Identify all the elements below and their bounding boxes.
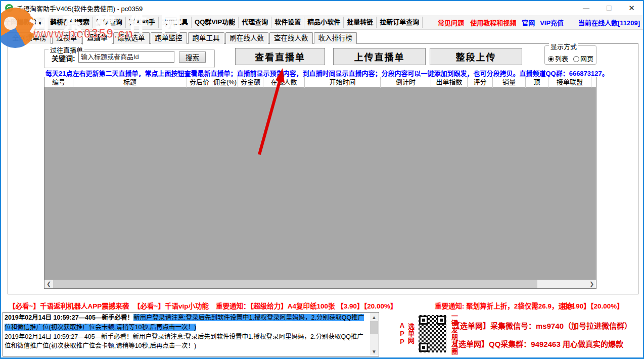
menu-item-settings[interactable]: 软件设置 (271, 17, 304, 28)
maximize-button[interactable]: ☐ (597, 1, 620, 15)
col-sales[interactable]: 销量 (493, 77, 526, 88)
keyword-input[interactable] (78, 51, 174, 63)
promo-qq-group: 【选单网】QQ采集群：9492463 用心做真实的爆款 (451, 338, 623, 349)
search-button[interactable]: 搜索 (179, 52, 206, 63)
menu-item-queqiao-search[interactable]: 鹊桥在线搜索 (47, 17, 93, 28)
col-next[interactable]: 接 (591, 77, 596, 88)
tab-hot-board[interactable]: 全网爆单榜 (8, 32, 51, 44)
display-mode-title: 显示方式 (549, 41, 578, 51)
log-entry: 2019年02月14日 10:59:27—405—新手必看！新用户登录请注意:登… (5, 313, 369, 332)
scroll-up-icon[interactable]: ▲ (370, 313, 378, 321)
qr-right-label: 一键发朋友圈 (449, 312, 459, 355)
footer-notice-paper[interactable]: 重要通知：【超级给力】A4复印纸100张 【3.90】【20.00%】 (216, 300, 397, 311)
table-body-empty (44, 88, 596, 280)
col-score[interactable]: 评分 (468, 77, 493, 88)
menu-link-vip-recharge[interactable]: VIP充值 (537, 18, 566, 27)
qr-block: 选单网APP 一键发朋友圈 (398, 310, 459, 357)
menubar: 全网爆款分享 鹊桥在线搜索 订单查询 群发助手 实用工具 QQ群VIP功能 代理… (1, 15, 643, 30)
menu-item-mini-apps[interactable]: 精品小软件 (304, 17, 344, 28)
scroll-left-icon[interactable]: ❮ (44, 280, 53, 288)
menu-link-official-site[interactable]: 官网 (519, 18, 537, 27)
tab-income-rank[interactable]: 收入排行榜 (314, 32, 357, 44)
table-header-row: 编号 标题 券后价 佣金(%) 券金额 在线人数 开始时间 倒计时 出单指数 评… (44, 77, 596, 88)
col-order-index[interactable]: 出单指数 (431, 77, 468, 88)
tab-live-list[interactable]: 直播单 (82, 31, 112, 44)
col-title[interactable]: 标题 (73, 77, 187, 88)
col-commission[interactable]: 佣金(%) (212, 77, 238, 88)
menu-item-hot-share[interactable]: 全网爆款分享 (1, 17, 47, 28)
app-icon (5, 4, 13, 12)
scrollbar-track[interactable] (537, 280, 587, 288)
upload-live-list-button[interactable]: 上传直播单 (333, 48, 426, 65)
live-list-table: 编号 标题 券后价 佣金(%) 券金额 在线人数 开始时间 倒计时 出单指数 评… (44, 77, 596, 289)
col-start-time[interactable]: 开始时间 (305, 77, 381, 88)
tab-run-tools[interactable]: 跑单工具 (188, 32, 224, 44)
radio-web-icon (573, 56, 579, 62)
qr-finder-icon (419, 343, 428, 352)
tab-overnight[interactable]: 过夜单 (52, 32, 82, 44)
promo-wechat: 【选单网】采集微信号：ms9740（加号拉进微信群） (452, 320, 632, 331)
qr-code (417, 314, 448, 354)
titlebar: 千语淘客助手V405(软件免费使用) - pc0359 — ☐ ✕ (1, 1, 643, 15)
footer-notice-robot-app[interactable]: 【必看~】千语返利机器人APP震撼来袭 (9, 300, 129, 311)
scroll-right-icon[interactable]: ❯ (587, 280, 596, 288)
menu-item-batch-link[interactable]: 批量转链 (344, 17, 377, 28)
minimize-button[interactable]: — (575, 1, 597, 15)
col-coupon-price[interactable]: 券后价 (187, 77, 212, 88)
menu-link-faq[interactable]: 常见问题 (435, 18, 467, 27)
horizontal-scrollbar[interactable]: ❮ ❯ (44, 280, 596, 288)
menu-link-tutorial[interactable]: 使用教程和视频 (467, 18, 519, 27)
menu-item-agent-query[interactable]: 代理查询 (239, 17, 271, 28)
display-mode-options: 列表 网页 (548, 54, 593, 63)
window-title: 千语淘客助手V405(软件免费使用) - pc0359 (17, 4, 143, 13)
footer-notice-price[interactable]: 【28.90】【20.00%】 (560, 300, 624, 311)
qr-finder-icon (419, 316, 428, 325)
menu-item-qq-vip[interactable]: QQ群VIP功能 (192, 17, 239, 28)
tab-boost-online[interactable]: 刷在线人数 (225, 32, 269, 44)
menu-item-mass-send[interactable]: 群发助手 (126, 17, 159, 28)
menu-item-tools[interactable]: 实用工具 (159, 17, 192, 28)
upload-whole-button[interactable]: 整段上传 (430, 48, 522, 65)
tab-hot-select[interactable]: 爆款选单 (113, 32, 150, 44)
app-window: { "window": { "title": "千语淘客助手V405(软件免费使… (0, 0, 644, 359)
col-id[interactable]: 编号 (44, 77, 73, 88)
log-textarea[interactable]: 2019年02月14日 10:59:27—405—新手必看！新用户登录请注意:登… (3, 312, 379, 356)
close-button[interactable]: ✕ (620, 1, 643, 15)
footer-notice-vip[interactable]: 【必看~】千语vip小功能 (133, 300, 209, 311)
footer-notice-juhuasuan[interactable]: 重要通知: 聚划算折上折，2袋仅需26.9，速抢！ (435, 300, 579, 311)
qr-finder-icon (437, 316, 446, 325)
col-countdown[interactable]: 倒计时 (381, 77, 431, 88)
menu-item-new-order-query[interactable]: 拉新订单查询 (377, 17, 423, 28)
scrollbar-thumb[interactable] (370, 321, 378, 334)
online-count: 当前在线人数[11209] (578, 18, 643, 27)
radio-web[interactable]: 网页 (573, 54, 593, 63)
radio-list-icon (548, 56, 554, 62)
col-online-users[interactable]: 在线人数 (263, 77, 305, 88)
scroll-down-icon[interactable]: ▼ (370, 347, 378, 355)
tab-bar: 全网爆单榜 过夜单 直播单 爆款选单 跑单监控 跑单工具 刷在线人数 查在线人数… (8, 31, 358, 44)
keyword-label: 关键词: (52, 53, 75, 63)
qr-left-label: 选单网APP (398, 312, 416, 355)
log-entry: 2019年02月14日 10:59:27—405—新手必看！新用户登录请注意:登… (5, 332, 369, 351)
col-top[interactable]: 顶 (526, 77, 548, 88)
col-coupon-amount[interactable]: 券金额 (238, 77, 263, 88)
radio-list[interactable]: 列表 (548, 54, 568, 63)
menu-item-order-query[interactable]: 订单查询 (93, 17, 126, 28)
col-union[interactable]: 接单联盟 (548, 77, 591, 88)
vertical-scrollbar[interactable]: ▲ ▼ (370, 313, 378, 355)
scrollbar-thumb[interactable] (53, 280, 537, 288)
tab-run-monitor[interactable]: 跑单监控 (151, 32, 187, 44)
tab-check-online[interactable]: 查在线人数 (269, 32, 313, 44)
view-live-list-button[interactable]: 查看直播单 (235, 48, 325, 65)
